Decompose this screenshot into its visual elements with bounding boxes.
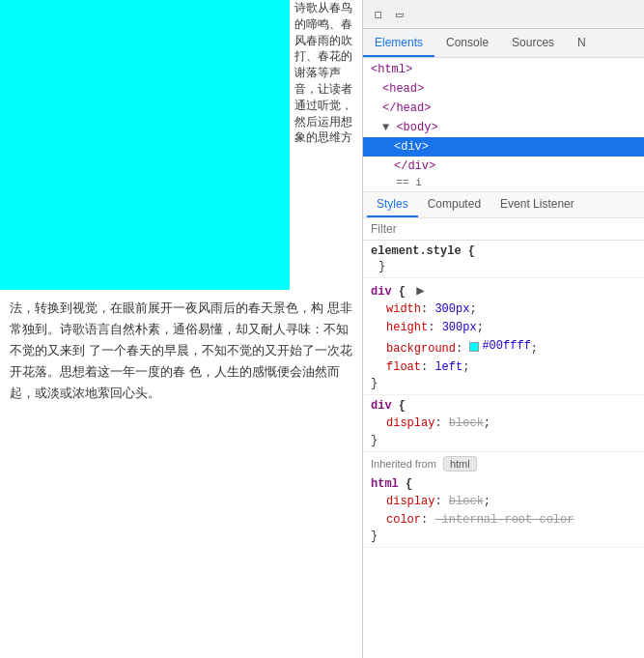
css-block-element-style: element.style { } [363,241,644,278]
css-block-div-1: div { ▶ width: 300px; height: 300px; bac… [363,278,644,395]
style-tabs: Styles Computed Event Listener [363,192,644,218]
overflow-text: 诗歌从春鸟的啼鸣、春风春雨的吹打、春花的谢落等声音，让读者通过听觉，然后运用想象… [294,0,362,290]
style-tab-computed[interactable]: Computed [418,192,490,217]
select-element-icon[interactable]: ◻ [371,7,386,22]
below-text: 法，转换到视觉，在眼前展开一夜风雨后的春天景色，构 思非常独到。诗歌语言自然朴素… [0,290,362,412]
css-selector-html[interactable]: html { [371,477,636,491]
css-prop-float[interactable]: float: left; [371,358,636,377]
dom-equals-line: == i [363,176,644,189]
style-tab-event-listeners[interactable]: Event Listener [490,192,584,217]
style-tab-styles[interactable]: Styles [367,192,418,217]
topbar-icons: ◻ ▭ [367,7,411,22]
inherited-label: Inherited from html [363,452,644,473]
tab-elements[interactable]: Elements [363,29,434,57]
color-swatch[interactable] [469,342,479,352]
cyan-box [0,0,290,290]
tab-console[interactable]: Console [434,29,500,57]
webpage-panel: 诗歌从春鸟的啼鸣、春风春雨的吹打、春花的谢落等声音，让读者通过听觉，然后运用想象… [0,0,362,658]
css-selector-div-2[interactable]: div { [371,399,636,413]
css-prop-display-div[interactable]: display: block; [371,415,636,433]
css-prop-width[interactable]: width: 300px; [371,300,636,319]
filter-input[interactable] [371,222,636,236]
css-prop-display-html[interactable]: display: block; [371,493,636,511]
css-prop-color-html[interactable]: color: -internal-root-color [371,511,636,529]
devtools-topbar: ◻ ▭ [363,0,644,29]
css-selector-div-1[interactable]: div { ▶ [371,282,636,299]
css-prop-height[interactable]: height: 300px; [371,319,636,337]
css-block-div-2: div { display: block; } [363,395,644,451]
filter-bar [363,218,644,241]
dom-line-head[interactable]: <head> [363,79,644,99]
dom-line-head-close[interactable]: </head> [363,99,644,118]
devtools-panel: ◻ ▭ Elements Console Sources N <html> <h… [362,0,644,658]
styles-panel[interactable]: Styles Computed Event Listener element.s… [363,192,644,658]
dom-line-div-close[interactable]: </div> [363,157,644,176]
dom-line-body[interactable]: ▼ <body> [363,118,644,137]
tab-sources[interactable]: Sources [500,29,566,57]
inherited-badge[interactable]: html [443,456,477,472]
css-selector-element-style[interactable]: element.style { [371,244,636,258]
device-toggle-icon[interactable]: ▭ [392,7,407,22]
dom-tree: <html> <head> </head> ▼ <body> <div> </d… [363,58,644,192]
dom-line-div[interactable]: <div> [363,137,644,157]
devtools-main-tabs: Elements Console Sources N [363,29,644,58]
dom-line-html[interactable]: <html> [363,60,644,79]
css-block-html: html { display: block; color: -internal-… [363,473,644,548]
tab-network[interactable]: N [566,29,598,57]
css-prop-background[interactable]: background: #00ffff ; [371,337,636,358]
